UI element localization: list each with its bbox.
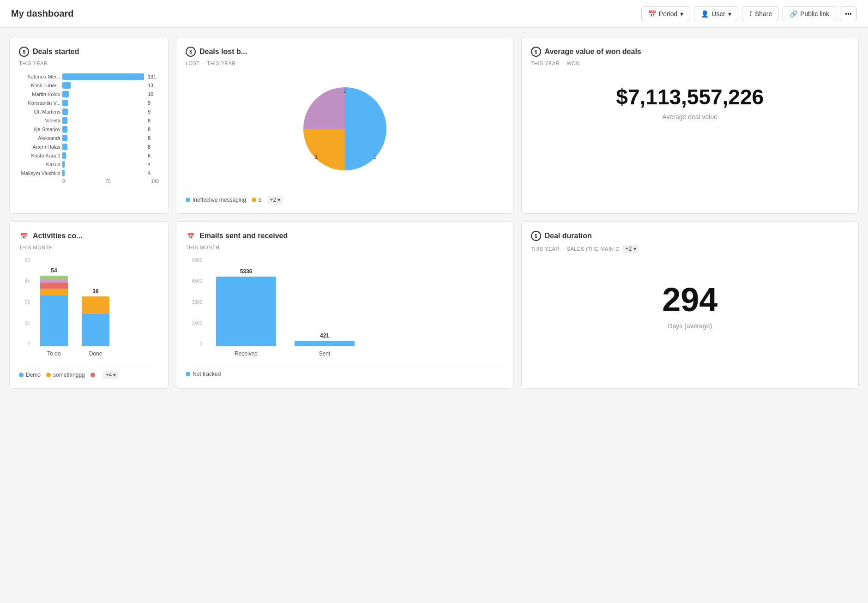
page-title: My dashboard: [11, 8, 74, 19]
bar-value: 4: [148, 162, 159, 167]
bar-track: [62, 152, 144, 159]
emails-chart: 6000 4500 3000 1500 0 5336 421: [186, 258, 504, 359]
bar-track: [62, 82, 144, 89]
emails-card: 📅 Emails sent and received THIS MONTH 60…: [176, 221, 514, 389]
bar-label: Maksym Viushkin: [19, 170, 60, 176]
bar-row: Konstantin V... 9: [19, 100, 159, 106]
bar-seg-2: [82, 296, 109, 314]
emails-legend: Not tracked: [186, 366, 504, 377]
sent-bar: [295, 341, 355, 346]
bar-track: [62, 144, 144, 150]
bar-seg-1: [40, 295, 68, 346]
legend-color: [19, 373, 24, 377]
bar-value: 8: [148, 127, 159, 132]
activities-title: 📅 Activities co...: [19, 231, 159, 241]
bar-track: [62, 91, 144, 97]
avg-value-card: $ Average value of won deals THIS YEAR ·…: [521, 37, 859, 214]
legend-more-button[interactable]: +2 ▾: [267, 196, 283, 204]
bar-fill: [62, 73, 144, 80]
bars-area: 54 38: [36, 258, 159, 346]
bar-fill: [62, 170, 65, 176]
bar-fill: [62, 144, 67, 150]
avg-value-number: $7,113,557,226: [531, 84, 850, 109]
axis-label: 70: [105, 179, 110, 184]
more-button[interactable]: •••: [840, 6, 857, 21]
chevron-down-icon: ▾: [113, 372, 116, 378]
legend-color: [186, 372, 190, 376]
activities-card: 📅 Activities co... THIS MONTH 60 45 30 1…: [9, 221, 169, 389]
activities-subtitle: THIS MONTH: [19, 245, 159, 250]
header-actions: 📅 Period ▾ 👤 User ▾ ⤴ Share 🔗 Public lin…: [641, 6, 857, 21]
avg-value-label: Average deal value: [531, 113, 850, 121]
user-button[interactable]: 👤 User ▾: [694, 6, 738, 21]
bar-label: Aleksandr: [19, 135, 60, 141]
emails-subtitle: THIS MONTH: [186, 245, 504, 250]
bar-row: Kristi Luber... 13: [19, 82, 159, 89]
x-axis: 070140: [62, 179, 159, 184]
share-icon: ⤴: [749, 10, 752, 18]
bar-row: Artem Halas 8: [19, 144, 159, 150]
share-button[interactable]: ⤴ Share: [742, 6, 779, 21]
bar-value: 131: [148, 74, 159, 79]
public-link-button[interactable]: 🔗 Public link: [783, 6, 836, 21]
deal-duration-label: Days (average): [531, 322, 850, 330]
y-axis: 60 45 30 15 0: [19, 258, 32, 346]
activities-chart: 60 45 30 15 0 54: [19, 258, 159, 359]
dollar-icon: $: [531, 231, 541, 241]
bar-label: Katerina Mer...: [19, 74, 60, 79]
chevron-down-icon: ▾: [277, 197, 280, 203]
pie-svg: 2 1 1: [294, 78, 396, 180]
dollar-icon: $: [186, 47, 196, 57]
bar-track: [62, 117, 144, 124]
dollar-icon: $: [531, 47, 541, 57]
bar-group-todo: 54: [40, 267, 68, 346]
link-icon: 🔗: [790, 10, 797, 18]
bars-area: 5336 421: [207, 258, 504, 346]
bar-track: [62, 73, 144, 80]
user-icon: 👤: [701, 10, 709, 18]
deals-started-card: $ Deals started THIS YEAR Katerina Mer..…: [9, 37, 169, 214]
bar-label: Martin Koidu: [19, 91, 60, 97]
legend-item: Ineffective messaging: [186, 197, 246, 203]
dashboard: $ Deals started THIS YEAR Katerina Mer..…: [0, 28, 868, 398]
avg-value-title: $ Average value of won deals: [531, 47, 850, 57]
bar-row: Kristo Karp 1 6: [19, 152, 159, 159]
svg-text:1: 1: [314, 154, 318, 160]
deals-lost-legend: Ineffective messaging b +2 ▾: [186, 191, 504, 204]
duration-more-button[interactable]: +2 ▾: [622, 245, 639, 253]
activities-legend: Demo somethinggg +4 ▾: [19, 366, 159, 379]
bar-seg-1: [82, 314, 109, 346]
bar-label: Violeta: [19, 118, 60, 123]
bar-label: Ott Martens: [19, 109, 60, 115]
deal-duration-number: 294: [531, 281, 850, 319]
bar-label: Artem Halas: [19, 144, 60, 150]
bar-label: Kasun: [19, 162, 60, 167]
bar-track: [62, 109, 144, 115]
received-bar: [216, 277, 276, 346]
calendar-icon: 📅: [186, 231, 196, 241]
bar-row: Ott Martens 9: [19, 109, 159, 115]
dollar-icon: $: [19, 47, 29, 57]
header: My dashboard 📅 Period ▾ 👤 User ▾ ⤴ Share…: [0, 0, 868, 28]
calendar-icon: 📅: [19, 231, 29, 241]
period-button[interactable]: 📅 Period ▾: [641, 6, 690, 21]
bar-value: 8: [148, 144, 159, 150]
legend-color: [186, 198, 190, 202]
bar-value: 6: [148, 153, 159, 158]
legend-more-button[interactable]: +4 ▾: [103, 371, 119, 379]
bar-row: Violeta 8: [19, 117, 159, 124]
y-axis: 6000 4500 3000 1500 0: [186, 258, 204, 346]
bar-row: Martin Koidu 10: [19, 91, 159, 97]
bar-label: Konstantin V...: [19, 100, 60, 106]
bar-value: 10: [148, 91, 159, 97]
bar-fill: [62, 109, 68, 115]
deals-started-title: $ Deals started: [19, 47, 159, 57]
pie-chart: 2 1 1: [186, 73, 504, 184]
bar-value: 9: [148, 109, 159, 115]
deal-duration-title: $ Deal duration: [531, 231, 850, 241]
chevron-down-icon: ▾: [633, 246, 637, 252]
deal-duration-card: $ Deal duration THIS YEAR · SALES (THE M…: [521, 221, 859, 389]
legend-item-something: somethinggg: [46, 372, 85, 378]
emails-title: 📅 Emails sent and received: [186, 231, 504, 241]
bar-seg-5: [40, 276, 68, 279]
